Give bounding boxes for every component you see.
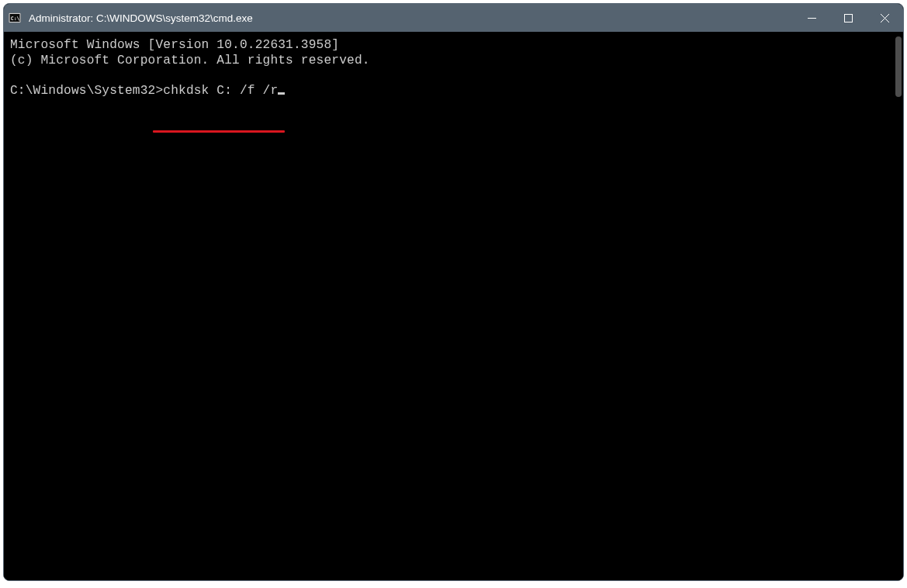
blank-line [10, 68, 886, 84]
terminal-body[interactable]: Microsoft Windows [Version 10.0.22631.39… [4, 32, 903, 580]
text-cursor [278, 92, 285, 95]
scrollbar-thumb[interactable] [895, 36, 902, 97]
cmd-window: C:\ Administrator: C:\WINDOWS\system32\c… [3, 3, 904, 581]
svg-text:C:\: C:\ [11, 16, 20, 22]
copyright-line: (c) Microsoft Corporation. All rights re… [10, 54, 886, 69]
close-button[interactable] [867, 4, 903, 32]
prompt-line: C:\Windows\System32>chkdsk C: /f /r [10, 84, 886, 99]
window-controls [794, 4, 903, 32]
version-line: Microsoft Windows [Version 10.0.22631.39… [10, 38, 886, 54]
terminal-content[interactable]: Microsoft Windows [Version 10.0.22631.39… [4, 32, 892, 580]
annotation-underline [153, 130, 285, 133]
maximize-button[interactable] [830, 4, 867, 32]
typed-command: chkdsk C: /f /r [163, 84, 278, 99]
app-icon: C:\ [9, 12, 21, 24]
minimize-button[interactable] [794, 4, 830, 32]
scrollbar[interactable] [892, 32, 903, 580]
window-title: Administrator: C:\WINDOWS\system32\cmd.e… [29, 12, 794, 24]
titlebar[interactable]: C:\ Administrator: C:\WINDOWS\system32\c… [4, 4, 903, 32]
prompt-path: C:\Windows\System32> [10, 84, 163, 99]
svg-rect-4 [845, 14, 853, 22]
